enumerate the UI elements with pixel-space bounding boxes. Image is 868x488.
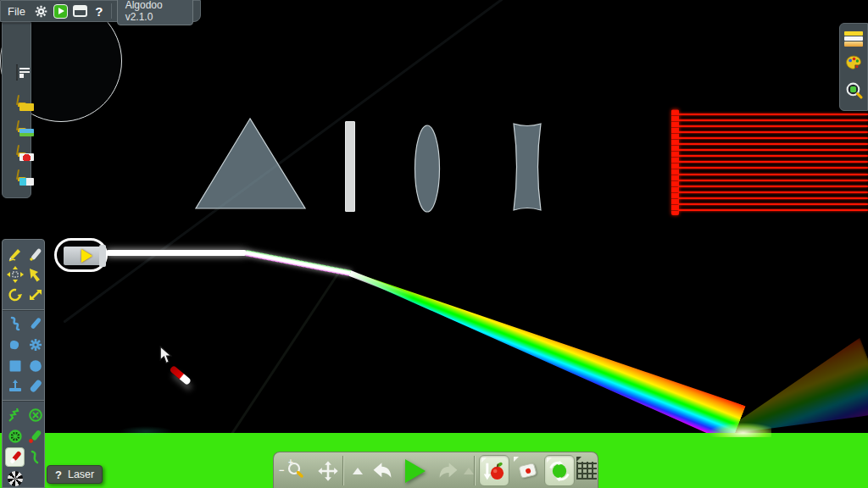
tool-palette bbox=[2, 239, 45, 488]
laser-beam-array bbox=[678, 114, 868, 215]
file-sidebar bbox=[2, 22, 31, 198]
convex-lens[interactable] bbox=[414, 125, 441, 214]
palette-divider bbox=[3, 309, 44, 310]
appearance-sidebar bbox=[839, 23, 868, 111]
undo-button[interactable] bbox=[367, 455, 398, 486]
redo-button[interactable] bbox=[433, 455, 464, 486]
magnifier-icon[interactable] bbox=[845, 81, 863, 103]
zoom-button[interactable]: + − bbox=[281, 455, 311, 486]
red-laser-beam bbox=[678, 114, 868, 115]
rotate-tool[interactable] bbox=[5, 285, 25, 304]
dispersed-beam bbox=[342, 254, 746, 444]
prism-triangle[interactable] bbox=[194, 117, 308, 210]
palette-icon[interactable] bbox=[844, 53, 863, 75]
algodoo-window: 1 m File ? Algodoo v2.1.0 bbox=[0, 0, 868, 488]
toolbar-divider bbox=[474, 456, 475, 485]
red-laser-beam bbox=[678, 167, 868, 169]
scale-tool[interactable] bbox=[25, 285, 45, 304]
gravity-toggle[interactable] bbox=[479, 455, 509, 486]
fixate-tool[interactable] bbox=[25, 405, 45, 424]
red-laser-beam bbox=[678, 203, 868, 205]
red-laser-beam bbox=[678, 149, 868, 151]
laser-pointer-capsule[interactable] bbox=[54, 238, 108, 272]
faint-impact-glow bbox=[119, 426, 173, 436]
beam-core-fade bbox=[349, 270, 415, 301]
red-laser-beam bbox=[678, 209, 868, 211]
axle-tool[interactable] bbox=[5, 426, 25, 446]
laser-tool-tooltip: ? Laser bbox=[47, 465, 103, 484]
window-icon[interactable] bbox=[73, 3, 87, 19]
beam-impact-glow bbox=[709, 423, 771, 437]
red-laser-beam bbox=[678, 119, 868, 121]
undo-history-button[interactable] bbox=[350, 455, 365, 486]
refracted-beam bbox=[245, 250, 351, 276]
tooltip-help-glyph[interactable]: ? bbox=[55, 469, 62, 481]
spring-tool[interactable] bbox=[5, 405, 25, 424]
red-laser-beam bbox=[678, 191, 868, 193]
zoom-minus-glyph: − bbox=[279, 465, 284, 475]
cut-tool[interactable] bbox=[25, 313, 45, 333]
mouse-cursor bbox=[159, 346, 172, 364]
sketch-tool[interactable] bbox=[5, 244, 25, 263]
app-version-chip: Algodoo v2.1.0 bbox=[117, 0, 193, 25]
gear-tool[interactable] bbox=[25, 335, 45, 354]
drag-tool[interactable] bbox=[25, 264, 45, 284]
laser-tool[interactable] bbox=[5, 447, 25, 467]
red-laser-beam bbox=[678, 180, 868, 181]
red-laser-beam bbox=[678, 174, 868, 175]
red-laser-beam bbox=[678, 143, 868, 145]
brush-tool[interactable] bbox=[25, 376, 45, 396]
red-laser-beam bbox=[678, 197, 868, 199]
gear-icon[interactable] bbox=[34, 3, 48, 19]
air-friction-toggle[interactable] bbox=[512, 455, 542, 486]
layers-icon[interactable] bbox=[844, 31, 863, 47]
forces-toggle[interactable] bbox=[544, 455, 575, 486]
pan-button[interactable] bbox=[313, 455, 343, 486]
polygon-tool[interactable] bbox=[5, 335, 25, 354]
grid-toggle[interactable] bbox=[575, 455, 598, 486]
file-menu[interactable]: File bbox=[8, 5, 25, 18]
red-laser-beam bbox=[678, 131, 868, 133]
play-button[interactable] bbox=[401, 455, 430, 486]
palette-divider bbox=[3, 400, 44, 401]
toolbar-divider bbox=[342, 456, 343, 485]
help-icon[interactable]: ? bbox=[92, 3, 106, 19]
chain-tool[interactable] bbox=[5, 313, 25, 333]
divider bbox=[111, 3, 112, 19]
zoom-plus-glyph: + bbox=[288, 458, 293, 467]
top-menu-bar: File ? Algodoo v2.1.0 bbox=[0, 0, 201, 22]
texture-tool[interactable] bbox=[5, 469, 25, 488]
circle-tool[interactable] bbox=[25, 356, 45, 375]
laser-trigger-icon bbox=[81, 249, 92, 263]
faint-beam bbox=[230, 273, 339, 436]
red-laser-beam bbox=[678, 137, 868, 139]
red-laser-beam bbox=[678, 161, 868, 163]
red-laser-beam bbox=[678, 125, 868, 127]
red-laser-beam bbox=[678, 155, 868, 157]
laser-pointer-cap bbox=[99, 245, 106, 267]
tooltip-label: Laser bbox=[68, 469, 94, 480]
tracer-tool[interactable] bbox=[25, 426, 45, 446]
simulation-toolbar: + − bbox=[273, 452, 598, 488]
plane-tool[interactable] bbox=[5, 376, 25, 396]
box-tool[interactable] bbox=[5, 356, 25, 375]
laser-pen-cursor-icon bbox=[169, 365, 192, 385]
concave-lens[interactable] bbox=[511, 122, 543, 212]
save-icon[interactable] bbox=[16, 65, 18, 80]
white-laser-beam bbox=[106, 250, 247, 256]
red-laser-beam bbox=[678, 186, 868, 187]
glass-slab[interactable] bbox=[345, 121, 355, 212]
rope-tool[interactable] bbox=[25, 447, 45, 467]
play-icon[interactable] bbox=[53, 3, 68, 19]
move-tool[interactable] bbox=[5, 264, 25, 284]
knife-tool[interactable] bbox=[25, 244, 45, 263]
